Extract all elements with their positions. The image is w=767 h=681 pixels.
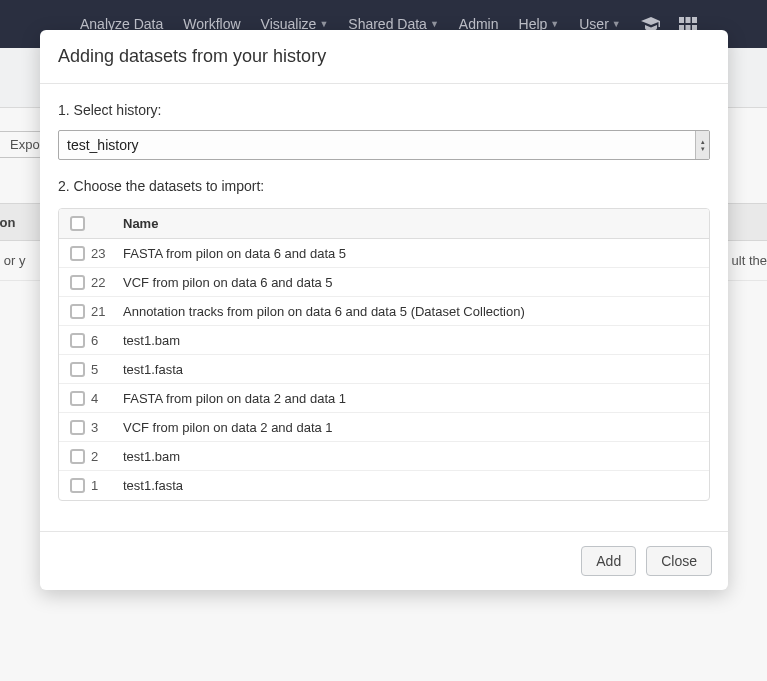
table-row[interactable]: 6test1.bam bbox=[59, 326, 709, 355]
step1-label: 1. Select history: bbox=[58, 102, 710, 118]
add-button[interactable]: Add bbox=[581, 546, 636, 576]
row-name: Annotation tracks from pilon on data 6 a… bbox=[123, 304, 705, 319]
dataset-table: Name 23FASTA from pilon on data 6 and da… bbox=[58, 208, 710, 501]
row-name: VCF from pilon on data 2 and data 1 bbox=[123, 420, 705, 435]
table-row[interactable]: 4FASTA from pilon on data 2 and data 1 bbox=[59, 384, 709, 413]
row-id: 22 bbox=[91, 275, 123, 290]
row-id: 3 bbox=[91, 420, 123, 435]
row-name: test1.fasta bbox=[123, 478, 705, 493]
row-name: FASTA from pilon on data 6 and data 5 bbox=[123, 246, 705, 261]
modal-body: 1. Select history: test_history ▴▾ 2. Ch… bbox=[40, 84, 728, 531]
row-name: test1.fasta bbox=[123, 362, 705, 377]
table-row[interactable]: 3VCF from pilon on data 2 and data 1 bbox=[59, 413, 709, 442]
row-checkbox[interactable] bbox=[70, 246, 85, 261]
select-handle-icon[interactable]: ▴▾ bbox=[695, 131, 709, 159]
table-row[interactable]: 1test1.fasta bbox=[59, 471, 709, 500]
row-id: 21 bbox=[91, 304, 123, 319]
row-name: test1.bam bbox=[123, 333, 705, 348]
name-column-header: Name bbox=[123, 216, 705, 231]
row-checkbox[interactable] bbox=[70, 478, 85, 493]
table-row[interactable]: 2test1.bam bbox=[59, 442, 709, 471]
table-row[interactable]: 22VCF from pilon on data 6 and data 5 bbox=[59, 268, 709, 297]
row-name: FASTA from pilon on data 2 and data 1 bbox=[123, 391, 705, 406]
row-checkbox[interactable] bbox=[70, 362, 85, 377]
table-row[interactable]: 5test1.fasta bbox=[59, 355, 709, 384]
row-checkbox[interactable] bbox=[70, 420, 85, 435]
row-checkbox[interactable] bbox=[70, 391, 85, 406]
row-id: 2 bbox=[91, 449, 123, 464]
row-name: test1.bam bbox=[123, 449, 705, 464]
row-checkbox[interactable] bbox=[70, 304, 85, 319]
add-datasets-modal: Adding datasets from your history 1. Sel… bbox=[40, 30, 728, 590]
row-id: 1 bbox=[91, 478, 123, 493]
row-checkbox[interactable] bbox=[70, 275, 85, 290]
row-checkbox[interactable] bbox=[70, 449, 85, 464]
close-button[interactable]: Close bbox=[646, 546, 712, 576]
select-all-checkbox[interactable] bbox=[70, 216, 85, 231]
step2-label: 2. Choose the datasets to import: bbox=[58, 178, 710, 194]
modal-title: Adding datasets from your history bbox=[40, 30, 728, 84]
history-select-value: test_history bbox=[67, 137, 139, 153]
row-id: 5 bbox=[91, 362, 123, 377]
row-id: 4 bbox=[91, 391, 123, 406]
row-id: 6 bbox=[91, 333, 123, 348]
table-row[interactable]: 23FASTA from pilon on data 6 and data 5 bbox=[59, 239, 709, 268]
history-select[interactable]: test_history ▴▾ bbox=[58, 130, 710, 160]
row-checkbox[interactable] bbox=[70, 333, 85, 348]
row-name: VCF from pilon on data 6 and data 5 bbox=[123, 275, 705, 290]
modal-footer: Add Close bbox=[40, 531, 728, 590]
dataset-table-header: Name bbox=[59, 209, 709, 239]
table-row[interactable]: 21Annotation tracks from pilon on data 6… bbox=[59, 297, 709, 326]
row-id: 23 bbox=[91, 246, 123, 261]
